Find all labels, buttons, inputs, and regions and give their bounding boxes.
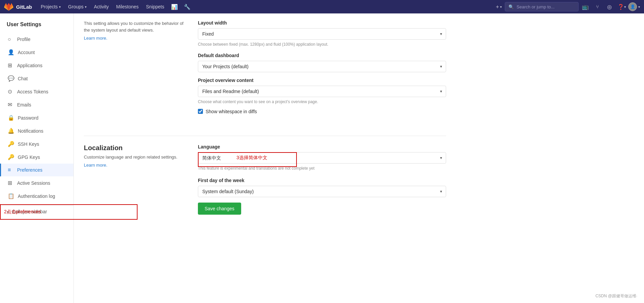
bar-chart-icon: 📊	[171, 4, 178, 10]
nav-wrench-icon[interactable]: 🔧	[181, 2, 193, 12]
search-box[interactable]: 🔍	[505, 2, 579, 11]
nav-chart-icon[interactable]: 📊	[168, 2, 180, 12]
sidebar-item-label: Chat	[18, 76, 28, 81]
first-day-select[interactable]: System default (Sunday) Monday Saturday …	[198, 186, 446, 197]
search-icon: 🔍	[508, 4, 514, 9]
sidebar-item-ssh-keys[interactable]: 🔑 SSH Keys	[0, 137, 73, 150]
sidebar-item-active-sessions[interactable]: ⊞ Active Sessions	[0, 176, 73, 189]
language-wrapper: English 简体中文 Deutsch ▾	[198, 152, 446, 164]
language-hint: This feature is experimental and transla…	[198, 166, 446, 171]
chevron-down-icon: ▾	[59, 5, 61, 9]
add-button[interactable]: ＋ ▾	[493, 1, 503, 12]
content-inner: This setting allows you to customize the…	[74, 13, 456, 250]
sidebar-item-preferences[interactable]: ≡ Preferences	[0, 164, 73, 176]
sidebar-item-label: Password	[18, 115, 38, 121]
sidebar: User Settings 2点击preferences ○ Profile 👤…	[0, 13, 74, 303]
sidebar-item-notifications[interactable]: 🔔 Notifications	[0, 124, 73, 137]
sidebar-item-profile[interactable]: ○ Profile	[0, 33, 73, 46]
main-content: This setting allows you to customize the…	[74, 13, 644, 303]
localization-title: Localization	[84, 144, 184, 152]
brand[interactable]: GitLab	[4, 2, 32, 11]
sidebar-item-label: Authentication log	[18, 193, 55, 199]
whitespace-checkbox[interactable]	[198, 109, 203, 114]
sidebar-item-gpg-keys[interactable]: 🔑 GPG Keys	[0, 150, 73, 164]
profile-icon: ○	[8, 36, 14, 42]
behavior-desc-text: This setting allows you to customize the…	[84, 20, 184, 33]
sidebar-item-label: Profile	[17, 37, 31, 42]
sidebar-title: User Settings	[0, 19, 73, 33]
nav-snippets[interactable]: Snippets	[143, 2, 167, 11]
section-divider	[84, 136, 446, 136]
layout-width-wrapper: Fixed Fluid ▾	[198, 28, 446, 40]
merge-request-button[interactable]: ⑂	[592, 1, 603, 12]
save-changes-button[interactable]: Save changes	[198, 203, 241, 215]
broadcast-icon: 📺	[582, 4, 589, 10]
user-avatar[interactable]: 👤	[628, 2, 637, 11]
ssh-icon: 🔑	[8, 141, 14, 147]
chat-icon: 💬	[8, 75, 14, 82]
help-button[interactable]: ❓ ▾	[616, 1, 627, 12]
behavior-section: This setting allows you to customize the…	[84, 20, 446, 129]
overview-hint: Choose what content you want to see on a…	[198, 99, 446, 105]
navbar-right: ＋ ▾ 🔍 📺 ⑂ ◎ ❓ ▾ 👤 ▾	[493, 1, 640, 12]
sidebar-item-password[interactable]: 🔒 Password	[0, 111, 73, 124]
localization-fields: Language English 简体中文 Deutsch ▾	[198, 144, 446, 215]
first-day-label: First day of the week	[198, 178, 446, 183]
top-navbar: GitLab Projects ▾ Groups ▾ Activity Mile…	[0, 0, 644, 13]
whitespace-label[interactable]: Show whitespace in diffs	[206, 109, 257, 114]
search-input[interactable]	[517, 4, 575, 9]
behavior-description: This setting allows you to customize the…	[84, 20, 184, 114]
localization-description: Localization Customize language and regi…	[84, 144, 184, 215]
dashboard-select[interactable]: Your Projects (default) Starred Projects…	[198, 61, 446, 72]
nav-activity[interactable]: Activity	[91, 2, 112, 11]
language-select-annotated: English 简体中文 Deutsch ▾ 3选择简体中文	[198, 152, 446, 164]
nav-milestones[interactable]: Milestones	[113, 2, 142, 11]
email-icon: ✉	[8, 101, 14, 108]
dashboard-wrapper: Your Projects (default) Starred Projects…	[198, 61, 446, 72]
localization-learn-more[interactable]: Learn more.	[84, 163, 107, 168]
sidebar-item-label: SSH Keys	[18, 141, 39, 147]
sidebar-item-label: Applications	[17, 63, 43, 68]
collapse-sidebar-button[interactable]: « Collapse sidebar	[0, 205, 73, 218]
chevron-down-icon: ▾	[638, 5, 640, 9]
whitespace-row: Show whitespace in diffs	[198, 109, 446, 114]
sidebar-scroll: ○ Profile 👤 Account ⊞ Applications 💬 Cha…	[0, 33, 73, 218]
language-select[interactable]: English 简体中文 Deutsch	[198, 152, 446, 164]
sidebar-item-account[interactable]: 👤 Account	[0, 46, 73, 59]
overview-select[interactable]: Files and Readme (default) README Activi…	[198, 86, 446, 97]
watermark: CSDN @跟健哥做运维·	[595, 293, 637, 299]
dashboard-label: Default dashboard	[198, 53, 446, 58]
chevron-down-icon: ▾	[85, 5, 87, 9]
wrench-icon: 🔧	[184, 4, 191, 10]
sidebar-item-label: Preferences	[17, 167, 42, 173]
sidebar-item-auth-log[interactable]: 📋 Authentication log	[0, 189, 73, 203]
behavior-fields: Layout width Fixed Fluid ▾ Choose betwee…	[198, 20, 446, 114]
main-layout: User Settings 2点击preferences ○ Profile 👤…	[0, 13, 644, 303]
sidebar-item-emails[interactable]: ✉ Emails	[0, 98, 73, 111]
sidebar-item-chat[interactable]: 💬 Chat	[0, 72, 73, 85]
notification-icon: 🔔	[8, 128, 14, 134]
sidebar-item-label: Active Sessions	[17, 180, 50, 186]
sessions-icon: ⊞	[8, 180, 14, 186]
language-field-wrapper: English 简体中文 Deutsch ▾ 3选择简体中文	[198, 152, 446, 164]
nav-groups[interactable]: Groups ▾	[65, 2, 90, 11]
sidebar-item-access-tokens[interactable]: ⊙ Access Tokens	[0, 85, 73, 98]
merge-request-icon: ⑂	[596, 4, 599, 9]
issues-button[interactable]: ◎	[604, 1, 615, 12]
issues-icon: ◎	[607, 4, 612, 10]
broadcast-button[interactable]: 📺	[580, 1, 591, 12]
chevron-down-icon: ▾	[500, 5, 502, 9]
nav-projects[interactable]: Projects ▾	[38, 2, 64, 11]
main-nav: Projects ▾ Groups ▾ Activity Milestones …	[38, 2, 493, 12]
layout-width-select[interactable]: Fixed Fluid	[198, 28, 446, 40]
token-icon: ⊙	[8, 88, 14, 95]
gitlab-logo-icon	[4, 2, 13, 11]
language-label: Language	[198, 144, 446, 149]
sidebar-item-applications[interactable]: ⊞ Applications	[0, 59, 73, 72]
behavior-learn-more[interactable]: Learn more.	[84, 36, 107, 41]
overview-label: Project overview content	[198, 78, 446, 83]
localization-section: Localization Customize language and regi…	[84, 144, 446, 230]
sidebar-item-label: Notifications	[18, 128, 43, 134]
gpg-icon: 🔑	[8, 154, 14, 160]
sidebar-item-label: GPG Keys	[18, 155, 40, 160]
